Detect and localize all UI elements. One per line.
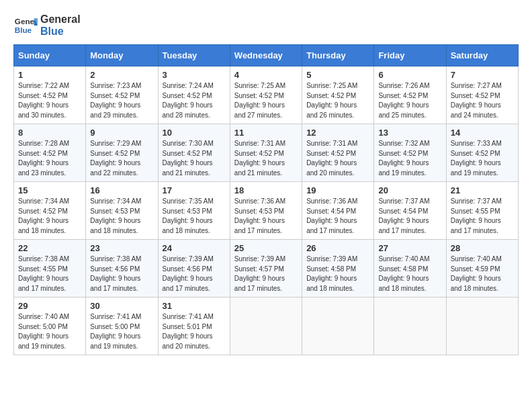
daylight-label: Daylight: 9 hours and 20 minutes. xyxy=(306,159,357,177)
logo-text: General Blue xyxy=(40,13,81,37)
sunset-label: Sunset: 5:01 PM xyxy=(163,323,212,330)
calendar-cell: 16 Sunrise: 7:34 AM Sunset: 4:53 PM Dayl… xyxy=(86,182,158,240)
sunset-label: Sunset: 4:59 PM xyxy=(451,265,500,273)
daylight-label: Daylight: 9 hours and 18 minutes. xyxy=(451,275,501,292)
calendar-cell: 4 Sunrise: 7:25 AM Sunset: 4:52 PM Dayli… xyxy=(230,66,302,124)
sunrise-label: Sunrise: 7:41 AM xyxy=(90,313,141,320)
sunset-label: Sunset: 4:55 PM xyxy=(18,265,68,273)
sunrise-label: Sunrise: 7:30 AM xyxy=(163,140,214,147)
column-header-wednesday: Wednesday xyxy=(230,45,302,66)
sunrise-label: Sunrise: 7:24 AM xyxy=(163,82,214,89)
day-info: Sunrise: 7:24 AM Sunset: 4:52 PM Dayligh… xyxy=(163,81,226,120)
logo: General Blue General Blue xyxy=(13,13,81,38)
sunrise-label: Sunrise: 7:37 AM xyxy=(451,197,502,205)
calendar-week-3: 15 Sunrise: 7:34 AM Sunset: 4:52 PM Dayl… xyxy=(14,182,519,240)
sunrise-label: Sunrise: 7:41 AM xyxy=(163,313,214,320)
day-info: Sunrise: 7:32 AM Sunset: 4:52 PM Dayligh… xyxy=(378,139,441,178)
day-number: 6 xyxy=(378,70,441,80)
sunrise-label: Sunrise: 7:22 AM xyxy=(18,82,69,89)
day-info: Sunrise: 7:39 AM Sunset: 4:56 PM Dayligh… xyxy=(163,255,226,293)
sunset-label: Sunset: 4:55 PM xyxy=(451,208,500,215)
calendar-cell: 21 Sunrise: 7:37 AM Sunset: 4:55 PM Dayl… xyxy=(446,182,518,240)
daylight-label: Daylight: 9 hours and 17 minutes. xyxy=(18,275,69,292)
day-info: Sunrise: 7:29 AM Sunset: 4:52 PM Dayligh… xyxy=(90,139,153,178)
calendar-cell: 19 Sunrise: 7:36 AM Sunset: 4:54 PM Dayl… xyxy=(302,182,374,240)
day-info: Sunrise: 7:30 AM Sunset: 4:52 PM Dayligh… xyxy=(163,139,226,178)
sunrise-label: Sunrise: 7:35 AM xyxy=(163,197,214,205)
sunset-label: Sunset: 4:52 PM xyxy=(378,150,428,157)
sunrise-label: Sunrise: 7:33 AM xyxy=(451,140,502,147)
day-number: 26 xyxy=(306,243,369,253)
day-info: Sunrise: 7:34 AM Sunset: 4:52 PM Dayligh… xyxy=(18,197,81,236)
calendar-cell: 10 Sunrise: 7:30 AM Sunset: 4:52 PM Dayl… xyxy=(158,124,230,182)
daylight-label: Daylight: 9 hours and 18 minutes. xyxy=(163,217,213,234)
day-number: 9 xyxy=(90,128,153,138)
calendar-cell: 18 Sunrise: 7:36 AM Sunset: 4:53 PM Dayl… xyxy=(230,182,302,240)
day-number: 27 xyxy=(378,243,441,253)
daylight-label: Daylight: 9 hours and 26 minutes. xyxy=(306,101,357,119)
calendar-cell: 1 Sunrise: 7:22 AM Sunset: 4:52 PM Dayli… xyxy=(14,66,86,124)
daylight-label: Daylight: 9 hours and 17 minutes. xyxy=(234,275,285,292)
sunset-label: Sunset: 4:54 PM xyxy=(378,208,428,215)
calendar-cell: 12 Sunrise: 7:31 AM Sunset: 4:52 PM Dayl… xyxy=(302,124,374,182)
day-info: Sunrise: 7:31 AM Sunset: 4:52 PM Dayligh… xyxy=(306,139,369,178)
daylight-label: Daylight: 9 hours and 19 minutes. xyxy=(18,332,69,350)
day-info: Sunrise: 7:36 AM Sunset: 4:54 PM Dayligh… xyxy=(306,197,369,236)
calendar-cell: 14 Sunrise: 7:33 AM Sunset: 4:52 PM Dayl… xyxy=(446,124,518,182)
daylight-label: Daylight: 9 hours and 19 minutes. xyxy=(378,159,429,177)
sunset-label: Sunset: 4:53 PM xyxy=(234,208,284,215)
sunset-label: Sunset: 4:52 PM xyxy=(18,150,68,157)
day-number: 19 xyxy=(306,185,369,195)
sunrise-label: Sunrise: 7:31 AM xyxy=(234,140,285,147)
sunrise-label: Sunrise: 7:36 AM xyxy=(306,197,357,205)
calendar-week-4: 22 Sunrise: 7:38 AM Sunset: 4:55 PM Dayl… xyxy=(14,240,519,298)
calendar-cell: 2 Sunrise: 7:23 AM Sunset: 4:52 PM Dayli… xyxy=(86,66,158,124)
day-number: 11 xyxy=(234,128,298,138)
day-number: 12 xyxy=(306,128,369,138)
calendar-cell: 3 Sunrise: 7:24 AM Sunset: 4:52 PM Dayli… xyxy=(158,66,230,124)
sunrise-label: Sunrise: 7:25 AM xyxy=(234,82,285,89)
daylight-label: Daylight: 9 hours and 25 minutes. xyxy=(378,101,429,119)
day-info: Sunrise: 7:28 AM Sunset: 4:52 PM Dayligh… xyxy=(18,139,81,178)
sunset-label: Sunset: 4:52 PM xyxy=(451,150,500,157)
day-info: Sunrise: 7:33 AM Sunset: 4:52 PM Dayligh… xyxy=(451,139,514,178)
calendar-cell: 28 Sunrise: 7:40 AM Sunset: 4:59 PM Dayl… xyxy=(446,240,518,298)
sunset-label: Sunset: 4:56 PM xyxy=(90,265,140,273)
day-info: Sunrise: 7:37 AM Sunset: 4:54 PM Dayligh… xyxy=(378,197,441,236)
sunset-label: Sunset: 4:58 PM xyxy=(378,265,428,273)
daylight-label: Daylight: 9 hours and 17 minutes. xyxy=(234,217,285,234)
sunrise-label: Sunrise: 7:26 AM xyxy=(378,82,429,89)
day-number: 14 xyxy=(451,128,514,138)
daylight-label: Daylight: 9 hours and 23 minutes. xyxy=(18,159,69,177)
day-info: Sunrise: 7:39 AM Sunset: 4:58 PM Dayligh… xyxy=(306,255,369,293)
calendar-cell: 11 Sunrise: 7:31 AM Sunset: 4:52 PM Dayl… xyxy=(230,124,302,182)
daylight-label: Daylight: 9 hours and 18 minutes. xyxy=(90,217,140,234)
column-header-monday: Monday xyxy=(86,45,158,66)
daylight-label: Daylight: 9 hours and 24 minutes. xyxy=(451,101,501,119)
day-info: Sunrise: 7:25 AM Sunset: 4:52 PM Dayligh… xyxy=(234,81,298,120)
day-number: 16 xyxy=(90,185,153,195)
daylight-label: Daylight: 9 hours and 21 minutes. xyxy=(234,159,285,177)
sunset-label: Sunset: 5:00 PM xyxy=(18,323,68,330)
calendar-week-1: 1 Sunrise: 7:22 AM Sunset: 4:52 PM Dayli… xyxy=(14,66,519,124)
daylight-label: Daylight: 9 hours and 20 minutes. xyxy=(163,332,213,350)
logo-general: General xyxy=(40,13,81,26)
daylight-label: Daylight: 9 hours and 17 minutes. xyxy=(306,217,357,234)
calendar-cell: 27 Sunrise: 7:40 AM Sunset: 4:58 PM Dayl… xyxy=(374,240,446,298)
calendar-table: SundayMondayTuesdayWednesdayThursdayFrid… xyxy=(13,44,519,355)
sunrise-label: Sunrise: 7:23 AM xyxy=(90,82,141,89)
sunrise-label: Sunrise: 7:25 AM xyxy=(306,82,357,89)
page-header: General Blue General Blue xyxy=(13,13,519,38)
daylight-label: Daylight: 9 hours and 19 minutes. xyxy=(451,159,501,177)
day-info: Sunrise: 7:31 AM Sunset: 4:52 PM Dayligh… xyxy=(234,139,298,178)
sunrise-label: Sunrise: 7:32 AM xyxy=(378,140,429,147)
calendar-cell: 25 Sunrise: 7:39 AM Sunset: 4:57 PM Dayl… xyxy=(230,240,302,298)
day-number: 21 xyxy=(451,185,514,195)
daylight-label: Daylight: 9 hours and 17 minutes. xyxy=(163,275,213,292)
calendar-cell: 24 Sunrise: 7:39 AM Sunset: 4:56 PM Dayl… xyxy=(158,240,230,298)
calendar-body: 1 Sunrise: 7:22 AM Sunset: 4:52 PM Dayli… xyxy=(14,66,519,355)
day-info: Sunrise: 7:41 AM Sunset: 5:00 PM Dayligh… xyxy=(90,312,153,351)
calendar-cell: 9 Sunrise: 7:29 AM Sunset: 4:52 PM Dayli… xyxy=(86,124,158,182)
sunset-label: Sunset: 4:52 PM xyxy=(163,150,212,157)
day-number: 17 xyxy=(163,185,226,195)
